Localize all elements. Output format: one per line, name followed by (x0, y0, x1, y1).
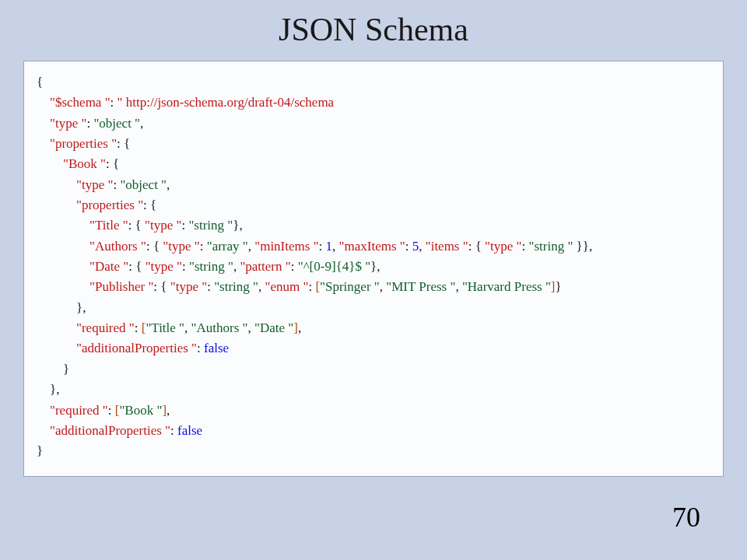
slide-title: JSON Schema (0, 11, 747, 48)
page-number: 70 (672, 501, 700, 534)
code-block: { "$schema ": " http://json-schema.org/d… (23, 61, 724, 477)
